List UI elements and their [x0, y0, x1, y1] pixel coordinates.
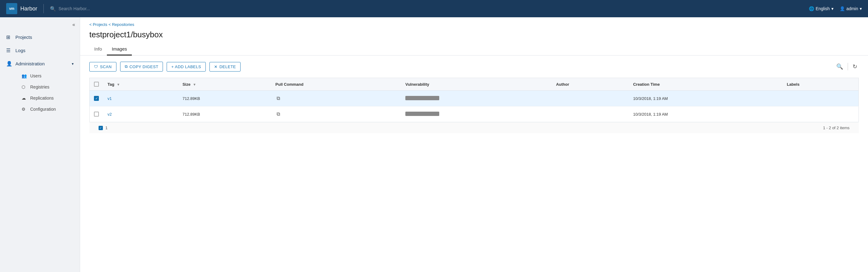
add-labels-button[interactable]: + ADD LABELS	[167, 62, 206, 72]
sidebar-collapse[interactable]: «	[0, 20, 80, 30]
header-tag: Tag ▼	[103, 78, 178, 91]
pull-command-copy-button[interactable]: ⧉	[275, 110, 281, 118]
projects-icon: ⊞	[6, 34, 12, 40]
sort-icon[interactable]: ▼	[193, 83, 196, 86]
row-checkbox-cell	[90, 91, 103, 106]
search-icon: 🔍	[50, 6, 56, 12]
breadcrumb: < Projects < Repositories	[80, 17, 868, 29]
sidebar-sub-label: Configuration	[30, 107, 56, 112]
sidebar-item-users[interactable]: 👥 Users	[16, 70, 80, 81]
row-size: 712.89KB	[178, 106, 271, 122]
sidebar-item-replications[interactable]: ☁ Replications	[16, 92, 80, 104]
footer-checkbox[interactable]	[99, 126, 103, 130]
table-row: v2 712.89KB ⧉ 10/3/2018, 1:19 AM	[90, 106, 859, 122]
row-creation-time: 10/3/2018, 1:19 AM	[629, 106, 782, 122]
header-vulnerability: Vulnerability	[401, 78, 552, 91]
tab-images[interactable]: Images	[107, 43, 132, 55]
search-input[interactable]	[59, 6, 151, 11]
user-menu[interactable]: 👤 admin ▾	[840, 6, 862, 11]
tab-info[interactable]: Info	[89, 43, 107, 55]
header-creation-time: Creation Time	[629, 78, 782, 91]
logo-box: vm	[6, 3, 17, 14]
refresh-icon: ↻	[852, 63, 857, 70]
row-tag: v1	[103, 91, 178, 106]
sort-icon[interactable]: ▼	[117, 83, 120, 86]
sidebar-item-registries[interactable]: ⬡ Registries	[16, 81, 80, 92]
vulnerability-bar	[405, 96, 439, 100]
row-checkbox-cell	[90, 106, 103, 122]
sidebar-sub-label: Users	[30, 73, 41, 78]
footer-pagination: 1 - 2 of 2 items	[823, 126, 849, 130]
tag-link[interactable]: v2	[107, 112, 112, 116]
row-vulnerability	[401, 91, 552, 106]
close-icon: ✕	[214, 64, 218, 69]
nav-right: 🌐 English ▾ 👤 admin ▾	[809, 6, 862, 11]
toolbar-right: 🔍 ↻	[835, 62, 859, 72]
tab-bar: Info Images	[80, 43, 868, 55]
images-table-container: Tag ▼ Size ▼ Pull Command Vulnerability	[80, 78, 868, 139]
sidebar-item-logs[interactable]: ☰ Logs	[0, 44, 80, 57]
user-label: admin	[846, 6, 858, 11]
row-checkbox[interactable]	[94, 112, 99, 116]
nav-divider	[43, 4, 44, 13]
sidebar-sub-label: Replications	[30, 96, 54, 101]
app-logo[interactable]: vm Harbor	[6, 3, 37, 14]
row-pull-command: ⧉	[271, 91, 401, 106]
row-creation-time: 10/3/2018, 1:19 AM	[629, 91, 782, 106]
globe-icon: 🌐	[809, 6, 814, 11]
header-size: Size ▼	[178, 78, 271, 91]
breadcrumb-projects[interactable]: < Projects	[89, 22, 107, 27]
configuration-icon: ⚙	[22, 107, 27, 112]
images-table: Tag ▼ Size ▼ Pull Command Vulnerability	[89, 78, 859, 122]
sidebar-sub-label: Registries	[30, 84, 49, 89]
row-size: 712.89KB	[178, 91, 271, 106]
collapse-button[interactable]: «	[72, 22, 75, 27]
logs-icon: ☰	[6, 48, 12, 53]
user-icon: 👤	[840, 6, 845, 11]
table-header-row: Tag ▼ Size ▼ Pull Command Vulnerability	[90, 78, 859, 91]
language-selector[interactable]: 🌐 English ▾	[809, 6, 834, 11]
row-vulnerability	[401, 106, 552, 122]
sidebar-group-administration[interactable]: 👤 Administration ▾	[0, 57, 80, 70]
top-navigation: vm Harbor 🔍 🌐 English ▾ 👤 admin ▾	[0, 0, 868, 17]
chevron-down-icon: ▾	[860, 6, 862, 11]
row-author	[552, 106, 629, 122]
search-icon: 🔍	[836, 63, 843, 70]
replications-icon: ☁	[22, 96, 27, 101]
copy-icon: ⧉	[125, 64, 128, 69]
table-footer: 1 1 - 2 of 2 items	[89, 122, 859, 133]
administration-icon: 👤	[6, 61, 12, 66]
delete-button[interactable]: ✕ DELETE	[210, 62, 241, 72]
search-container: 🔍	[50, 6, 803, 12]
administration-label: Administration	[16, 61, 45, 66]
toolbar-divider	[848, 63, 848, 70]
row-tag: v2	[103, 106, 178, 122]
header-author: Author	[552, 78, 629, 91]
footer-left: 1	[99, 126, 107, 130]
tag-link[interactable]: v1	[107, 96, 112, 101]
pull-command-copy-button[interactable]: ⧉	[275, 94, 281, 102]
vulnerability-bar	[405, 112, 439, 116]
row-labels	[782, 106, 859, 122]
sidebar-item-label: Projects	[16, 34, 32, 40]
toolbar: 🛡 SCAN ⧉ COPY DIGEST + ADD LABELS ✕ DELE…	[80, 55, 868, 78]
main-content: < Projects < Repositories testproject1/b…	[80, 17, 868, 272]
search-button[interactable]: 🔍	[835, 62, 845, 72]
row-checkbox[interactable]	[94, 96, 99, 101]
sidebar-item-label: Logs	[16, 48, 26, 53]
header-labels: Labels	[782, 78, 859, 91]
chevron-down-icon: ▾	[72, 62, 73, 66]
breadcrumb-repositories[interactable]: < Repositories	[108, 22, 134, 27]
sidebar-item-projects[interactable]: ⊞ Projects	[0, 30, 80, 44]
sidebar-item-configuration[interactable]: ⚙ Configuration	[16, 104, 80, 115]
footer-selected-count: 1	[105, 126, 107, 130]
header-checkbox-cell	[90, 78, 103, 91]
copy-digest-button[interactable]: ⧉ COPY DIGEST	[120, 62, 163, 72]
language-label: English	[816, 6, 830, 11]
scan-button[interactable]: 🛡 SCAN	[89, 62, 117, 72]
header-checkbox[interactable]	[94, 82, 99, 87]
refresh-button[interactable]: ↻	[851, 62, 859, 72]
registries-icon: ⬡	[22, 84, 27, 89]
layout: « ⊞ Projects ☰ Logs 👤 Administration ▾ 👥…	[0, 17, 868, 272]
row-pull-command: ⧉	[271, 106, 401, 122]
